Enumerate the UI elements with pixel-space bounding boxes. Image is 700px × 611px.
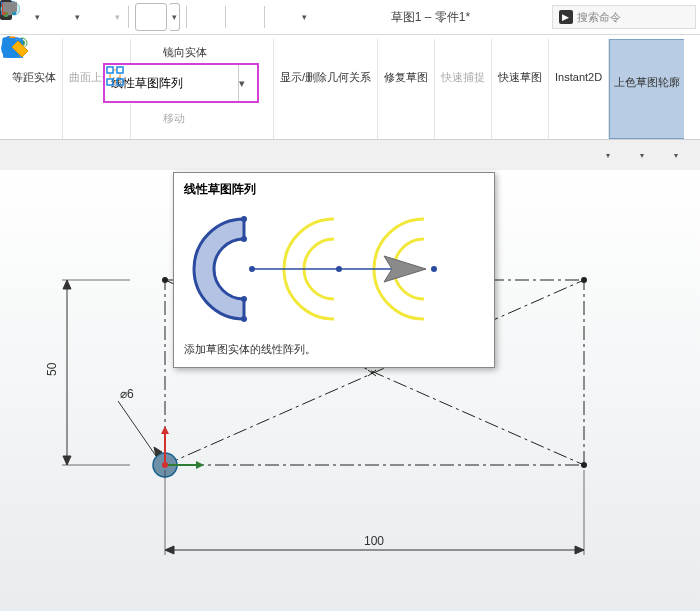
undo-button[interactable]: [44, 4, 70, 30]
quick-access-toolbar: ▾ ▾ ▾ ▾ ▾ 草图1 – 零件1* ▶ 搜索命令: [0, 0, 700, 35]
linear-pattern-dropdown[interactable]: ▾: [238, 65, 251, 101]
svg-point-34: [241, 236, 247, 242]
instant2d-button[interactable]: Instant2D: [549, 39, 609, 139]
svg-text:50: 50: [45, 362, 59, 376]
linear-pattern-icon: [105, 65, 127, 91]
svg-point-29: [162, 462, 168, 468]
view-orient-icon[interactable]: ▾: [594, 143, 622, 167]
tooltip-illustration: [184, 204, 464, 334]
repair-sketch-button[interactable]: 修复草图: [378, 39, 435, 139]
svg-rect-25: [8, 12, 12, 15]
rapid-sketch-button[interactable]: 快速草图: [492, 39, 549, 139]
traffic-light-icon[interactable]: [193, 4, 219, 30]
svg-text:⌀6: ⌀6: [120, 387, 134, 401]
linear-pattern-tooltip: 线性草图阵列 添加草图实体的线性阵列。: [173, 172, 495, 368]
select-dropdown[interactable]: ▾: [169, 3, 180, 31]
shaded-contour-button[interactable]: 上色草图轮廓: [609, 39, 684, 139]
svg-point-35: [241, 296, 247, 302]
svg-point-39: [431, 266, 437, 272]
svg-rect-12: [117, 79, 123, 85]
svg-text:100: 100: [364, 534, 384, 548]
svg-point-27: [581, 277, 587, 283]
select-button[interactable]: [135, 3, 167, 31]
redo-button[interactable]: [84, 4, 110, 30]
svg-rect-10: [117, 67, 123, 73]
linear-pattern-button[interactable]: 线性草图阵列 ▾: [103, 63, 259, 103]
menu-dropdown[interactable]: ▾: [32, 4, 42, 30]
show-relations-button[interactable]: 显示/删除几何关系: [274, 39, 378, 139]
search-placeholder: 搜索命令: [577, 10, 689, 25]
svg-point-36: [241, 316, 247, 322]
undo-dropdown[interactable]: ▾: [72, 4, 82, 30]
document-title: 草图1 – 零件1*: [391, 9, 470, 26]
graphics-area[interactable]: ⌀6 50 100 线性草图阵列 添加草图实体: [0, 170, 700, 611]
view-toolbar: ▾ ▾ ▾: [0, 140, 700, 170]
vertical-dimension[interactable]: [62, 280, 130, 465]
svg-point-26: [162, 277, 168, 283]
diameter-dimension[interactable]: [118, 401, 162, 456]
terminal-icon: ▶: [559, 10, 573, 24]
svg-rect-24: [3, 2, 17, 12]
gear-dropdown[interactable]: ▾: [299, 4, 309, 30]
gear-icon[interactable]: [271, 4, 297, 30]
move-entities-button: 移动: [137, 105, 267, 131]
svg-point-28: [581, 462, 587, 468]
ribbon: 等距实体 曲面上偏移 镜向实体 移动 线性草图阵列 ▾ 显示/删除几何关系 修复…: [0, 35, 700, 140]
mirror-entities-button[interactable]: 镜向实体: [137, 39, 267, 65]
svg-point-33: [241, 216, 247, 222]
search-command-box[interactable]: ▶ 搜索命令: [552, 5, 696, 29]
display-style-icon[interactable]: ▾: [628, 143, 656, 167]
redo-dropdown[interactable]: ▾: [112, 4, 122, 30]
svg-rect-11: [107, 79, 113, 85]
quick-snap-button: 快速捕捉: [435, 39, 492, 139]
options-icon[interactable]: [232, 4, 258, 30]
svg-rect-9: [107, 67, 113, 73]
hide-show-icon[interactable]: ▾: [662, 143, 690, 167]
